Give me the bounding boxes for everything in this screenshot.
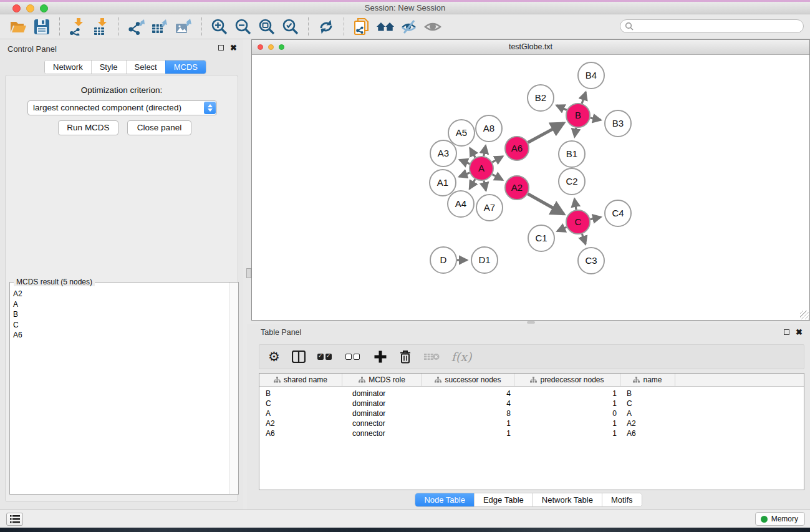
network-minimize-button[interactable] <box>268 44 274 50</box>
network-zoom-button[interactable] <box>279 44 284 50</box>
add-column-icon[interactable] <box>374 350 387 364</box>
delete-column-icon[interactable] <box>399 350 412 364</box>
edge-A2-C[interactable] <box>528 194 564 215</box>
tab-network[interactable]: Network <box>45 60 91 74</box>
minimize-window-button[interactable] <box>26 4 34 12</box>
task-history-button[interactable] <box>6 513 23 526</box>
open-session-icon[interactable] <box>9 17 27 36</box>
table-row[interactable]: A2connector11A2 <box>259 418 804 428</box>
edge-A-A5[interactable] <box>470 148 476 157</box>
edge-A-A2[interactable] <box>493 175 503 180</box>
cell[interactable]: 0 <box>514 409 620 418</box>
node-A[interactable]: A <box>470 157 493 180</box>
node-B4[interactable]: B4 <box>578 62 604 89</box>
table-row[interactable]: Cdominator41C <box>259 399 804 409</box>
cell[interactable]: 1 <box>422 428 514 438</box>
result-item[interactable]: B <box>10 309 229 320</box>
node-A5[interactable]: A5 <box>448 120 475 146</box>
edge-C-C3[interactable] <box>582 234 586 244</box>
node-B2[interactable]: B2 <box>528 85 554 111</box>
cell[interactable]: C <box>259 399 342 409</box>
tab-style[interactable]: Style <box>91 60 126 74</box>
edge-A-A4[interactable] <box>470 179 475 189</box>
node-C1[interactable]: C1 <box>528 225 554 251</box>
hide-selected-icon[interactable] <box>400 17 418 36</box>
edge-B-B2[interactable] <box>556 105 567 110</box>
cell[interactable]: A2 <box>259 418 342 428</box>
import-network-icon[interactable] <box>68 17 87 36</box>
column-header-successor-nodes[interactable]: successor nodes <box>422 374 514 386</box>
node-A6[interactable]: A6 <box>505 137 529 160</box>
import-table-icon[interactable] <box>92 17 110 36</box>
node-B[interactable]: B <box>566 104 590 127</box>
node-C4[interactable]: C4 <box>605 200 631 226</box>
cell[interactable]: connector <box>342 418 422 428</box>
node-A7[interactable]: A7 <box>476 195 503 221</box>
cell[interactable]: 4 <box>422 399 514 409</box>
tab-edge-table[interactable]: Edge Table <box>474 493 533 506</box>
close-panel-button[interactable]: Close panel <box>127 120 191 135</box>
network-canvas[interactable]: AA1A2A3A4A5A6A7A8BB1B2B3B4CC1C2C3C4DD1 <box>252 55 809 320</box>
edge-C-C1[interactable] <box>557 227 567 231</box>
run-mcds-button[interactable]: Run MCDS <box>58 120 118 135</box>
float-panel-icon[interactable] <box>218 45 224 51</box>
select-all-checkboxes-icon[interactable] <box>317 354 334 360</box>
cell[interactable]: dominator <box>342 399 422 409</box>
close-panel-icon[interactable]: ✖ <box>230 44 237 51</box>
result-item[interactable]: C <box>10 320 229 331</box>
cell[interactable]: A2 <box>620 418 675 428</box>
node-A3[interactable]: A3 <box>430 140 456 167</box>
cell[interactable]: 1 <box>422 418 514 428</box>
node-C3[interactable]: C3 <box>578 248 604 274</box>
window-resize-grip[interactable] <box>800 311 809 319</box>
zoom-in-icon[interactable] <box>210 17 229 36</box>
cell[interactable]: 1 <box>514 389 620 399</box>
node-D[interactable]: D <box>430 247 456 273</box>
close-window-button[interactable] <box>12 4 21 12</box>
memory-button[interactable]: Memory <box>755 512 805 526</box>
float-table-panel-icon[interactable] <box>784 329 789 335</box>
node-A1[interactable]: A1 <box>430 170 456 196</box>
export-image-icon[interactable] <box>175 17 193 36</box>
search-field[interactable] <box>620 19 804 33</box>
cell[interactable]: 8 <box>422 409 514 418</box>
zoom-out-icon[interactable] <box>234 17 253 36</box>
edge-A-A6[interactable] <box>492 157 503 163</box>
node-D1[interactable]: D1 <box>471 247 498 273</box>
node-A8[interactable]: A8 <box>476 115 502 142</box>
column-header-predecessor-nodes[interactable]: predecessor nodes <box>514 374 620 386</box>
deselect-all-checkboxes-icon[interactable] <box>345 354 362 360</box>
cell[interactable]: A <box>259 409 342 418</box>
network-close-button[interactable] <box>258 44 263 50</box>
cell[interactable]: 1 <box>514 399 620 409</box>
edge-C-C2[interactable] <box>574 199 576 210</box>
cell[interactable]: A6 <box>620 428 675 438</box>
edge-A-A1[interactable] <box>459 173 470 177</box>
show-all-nodes-icon[interactable] <box>376 17 395 36</box>
network-window-titlebar[interactable]: testGlobe.txt <box>252 40 809 55</box>
cell[interactable]: B <box>620 389 675 399</box>
zoom-window-button[interactable] <box>40 4 48 12</box>
cell[interactable]: 4 <box>422 389 514 399</box>
node-A2[interactable]: A2 <box>505 176 529 200</box>
duplicate-network-icon[interactable] <box>352 17 371 36</box>
tab-node-table[interactable]: Node Table <box>415 493 474 506</box>
tab-select[interactable]: Select <box>126 60 165 74</box>
close-table-panel-icon[interactable]: ✖ <box>796 329 803 336</box>
tab-mcds[interactable]: MCDS <box>165 60 206 74</box>
edge-A6-B[interactable] <box>528 123 564 142</box>
column-header-MCDS-role[interactable]: MCDS role <box>342 374 422 386</box>
cell[interactable]: B <box>259 389 342 399</box>
edge-A-A3[interactable] <box>460 160 470 163</box>
panel-splitter-handle[interactable] <box>246 268 251 278</box>
split-columns-icon[interactable] <box>292 351 306 363</box>
node-C[interactable]: C <box>566 210 590 234</box>
edge-A-A7[interactable] <box>484 181 486 191</box>
list-scrollbar[interactable] <box>229 283 238 494</box>
table-settings-icon[interactable]: ⚙ <box>268 351 280 363</box>
result-item[interactable]: A6 <box>10 330 229 341</box>
cell[interactable]: dominator <box>342 409 422 418</box>
node-B3[interactable]: B3 <box>605 110 631 137</box>
apply-layout-icon[interactable] <box>317 17 335 36</box>
node-B1[interactable]: B1 <box>559 141 585 167</box>
